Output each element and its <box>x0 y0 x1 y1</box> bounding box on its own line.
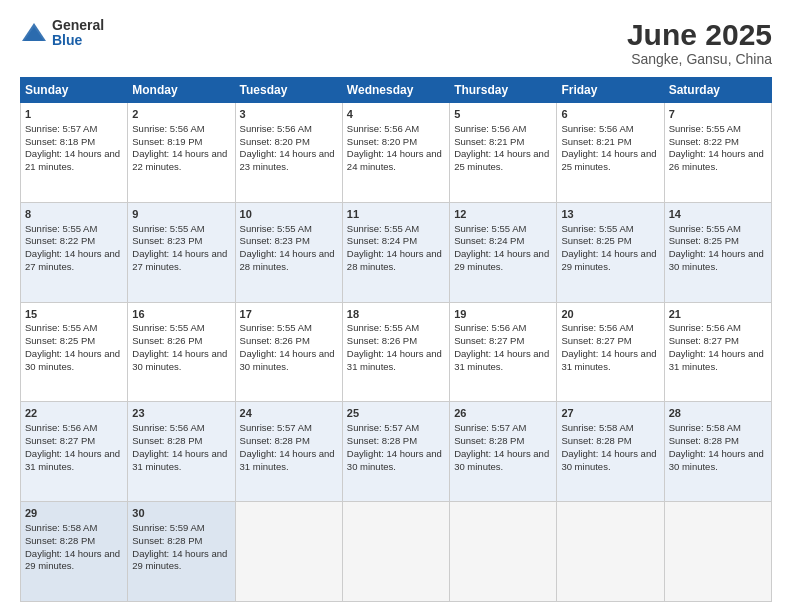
day-info: Sunset: 8:22 PM <box>669 136 767 149</box>
calendar-day-cell: 27Sunrise: 5:58 AMSunset: 8:28 PMDayligh… <box>557 402 664 502</box>
calendar-day-cell <box>664 502 771 602</box>
day-info: Daylight: 14 hours and 21 minutes. <box>25 148 123 174</box>
logo-blue-label: Blue <box>52 33 104 48</box>
day-info: Sunset: 8:24 PM <box>454 235 552 248</box>
calendar-day-cell: 4Sunrise: 5:56 AMSunset: 8:20 PMDaylight… <box>342 103 449 203</box>
day-info: Daylight: 14 hours and 31 minutes. <box>347 348 445 374</box>
calendar-day-cell: 25Sunrise: 5:57 AMSunset: 8:28 PMDayligh… <box>342 402 449 502</box>
calendar-day-cell <box>342 502 449 602</box>
calendar-day-cell: 12Sunrise: 5:55 AMSunset: 8:24 PMDayligh… <box>450 202 557 302</box>
day-info: Daylight: 14 hours and 29 minutes. <box>132 548 230 574</box>
day-info: Daylight: 14 hours and 30 minutes. <box>561 448 659 474</box>
day-info: Sunset: 8:21 PM <box>561 136 659 149</box>
calendar-day-cell: 17Sunrise: 5:55 AMSunset: 8:26 PMDayligh… <box>235 302 342 402</box>
day-number: 1 <box>25 107 123 122</box>
day-info: Sunrise: 5:55 AM <box>240 322 338 335</box>
day-info: Sunrise: 5:55 AM <box>132 322 230 335</box>
day-info: Daylight: 14 hours and 28 minutes. <box>347 248 445 274</box>
calendar-day-cell: 11Sunrise: 5:55 AMSunset: 8:24 PMDayligh… <box>342 202 449 302</box>
calendar-day-cell: 26Sunrise: 5:57 AMSunset: 8:28 PMDayligh… <box>450 402 557 502</box>
day-info: Daylight: 14 hours and 30 minutes. <box>132 348 230 374</box>
day-info: Sunrise: 5:55 AM <box>347 223 445 236</box>
day-info: Sunset: 8:26 PM <box>132 335 230 348</box>
col-header-wednesday: Wednesday <box>342 78 449 103</box>
day-number: 16 <box>132 307 230 322</box>
day-number: 12 <box>454 207 552 222</box>
calendar-day-cell: 3Sunrise: 5:56 AMSunset: 8:20 PMDaylight… <box>235 103 342 203</box>
day-info: Sunrise: 5:56 AM <box>132 123 230 136</box>
day-number: 11 <box>347 207 445 222</box>
calendar-day-cell <box>235 502 342 602</box>
day-info: Daylight: 14 hours and 29 minutes. <box>561 248 659 274</box>
day-info: Sunrise: 5:56 AM <box>669 322 767 335</box>
day-number: 2 <box>132 107 230 122</box>
calendar-header-row: SundayMondayTuesdayWednesdayThursdayFrid… <box>21 78 772 103</box>
day-info: Daylight: 14 hours and 31 minutes. <box>454 348 552 374</box>
logo-general-label: General <box>52 18 104 33</box>
calendar-table: SundayMondayTuesdayWednesdayThursdayFrid… <box>20 77 772 602</box>
day-info: Sunset: 8:28 PM <box>132 535 230 548</box>
day-info: Sunset: 8:19 PM <box>132 136 230 149</box>
day-info: Sunrise: 5:58 AM <box>25 522 123 535</box>
calendar-day-cell: 21Sunrise: 5:56 AMSunset: 8:27 PMDayligh… <box>664 302 771 402</box>
day-info: Sunrise: 5:56 AM <box>132 422 230 435</box>
col-header-sunday: Sunday <box>21 78 128 103</box>
col-header-monday: Monday <box>128 78 235 103</box>
col-header-saturday: Saturday <box>664 78 771 103</box>
day-info: Sunset: 8:23 PM <box>240 235 338 248</box>
day-info: Sunrise: 5:56 AM <box>561 322 659 335</box>
logo-text: General Blue <box>52 18 104 49</box>
day-info: Sunrise: 5:55 AM <box>669 223 767 236</box>
day-number: 28 <box>669 406 767 421</box>
col-header-thursday: Thursday <box>450 78 557 103</box>
calendar-week-row: 8Sunrise: 5:55 AMSunset: 8:22 PMDaylight… <box>21 202 772 302</box>
title-location: Sangke, Gansu, China <box>627 51 772 67</box>
day-info: Daylight: 14 hours and 24 minutes. <box>347 148 445 174</box>
day-info: Sunrise: 5:55 AM <box>347 322 445 335</box>
day-info: Sunset: 8:28 PM <box>454 435 552 448</box>
day-number: 30 <box>132 506 230 521</box>
calendar-day-cell: 24Sunrise: 5:57 AMSunset: 8:28 PMDayligh… <box>235 402 342 502</box>
title-block: June 2025 Sangke, Gansu, China <box>627 18 772 67</box>
day-info: Sunrise: 5:57 AM <box>454 422 552 435</box>
col-header-tuesday: Tuesday <box>235 78 342 103</box>
day-info: Daylight: 14 hours and 29 minutes. <box>25 548 123 574</box>
day-info: Daylight: 14 hours and 30 minutes. <box>347 448 445 474</box>
day-number: 8 <box>25 207 123 222</box>
calendar-day-cell: 15Sunrise: 5:55 AMSunset: 8:25 PMDayligh… <box>21 302 128 402</box>
day-info: Sunset: 8:26 PM <box>240 335 338 348</box>
calendar-day-cell: 30Sunrise: 5:59 AMSunset: 8:28 PMDayligh… <box>128 502 235 602</box>
day-number: 13 <box>561 207 659 222</box>
logo-icon <box>20 19 48 47</box>
page: General Blue June 2025 Sangke, Gansu, Ch… <box>0 0 792 612</box>
day-number: 6 <box>561 107 659 122</box>
day-info: Daylight: 14 hours and 31 minutes. <box>669 348 767 374</box>
day-info: Sunset: 8:28 PM <box>240 435 338 448</box>
day-info: Daylight: 14 hours and 22 minutes. <box>132 148 230 174</box>
day-number: 27 <box>561 406 659 421</box>
day-info: Sunset: 8:20 PM <box>347 136 445 149</box>
day-info: Daylight: 14 hours and 31 minutes. <box>132 448 230 474</box>
day-number: 14 <box>669 207 767 222</box>
day-info: Sunrise: 5:59 AM <box>132 522 230 535</box>
day-info: Daylight: 14 hours and 30 minutes. <box>454 448 552 474</box>
day-info: Sunrise: 5:55 AM <box>240 223 338 236</box>
day-number: 3 <box>240 107 338 122</box>
day-info: Sunrise: 5:56 AM <box>454 322 552 335</box>
day-info: Daylight: 14 hours and 25 minutes. <box>454 148 552 174</box>
logo: General Blue <box>20 18 104 49</box>
day-number: 22 <box>25 406 123 421</box>
day-info: Sunset: 8:28 PM <box>25 535 123 548</box>
day-info: Sunset: 8:25 PM <box>561 235 659 248</box>
calendar-day-cell: 29Sunrise: 5:58 AMSunset: 8:28 PMDayligh… <box>21 502 128 602</box>
day-info: Sunrise: 5:56 AM <box>347 123 445 136</box>
calendar-week-row: 15Sunrise: 5:55 AMSunset: 8:25 PMDayligh… <box>21 302 772 402</box>
day-number: 10 <box>240 207 338 222</box>
day-info: Sunrise: 5:56 AM <box>240 123 338 136</box>
day-number: 17 <box>240 307 338 322</box>
calendar-day-cell: 22Sunrise: 5:56 AMSunset: 8:27 PMDayligh… <box>21 402 128 502</box>
calendar-day-cell: 1Sunrise: 5:57 AMSunset: 8:18 PMDaylight… <box>21 103 128 203</box>
day-number: 24 <box>240 406 338 421</box>
day-info: Sunrise: 5:57 AM <box>347 422 445 435</box>
day-number: 20 <box>561 307 659 322</box>
